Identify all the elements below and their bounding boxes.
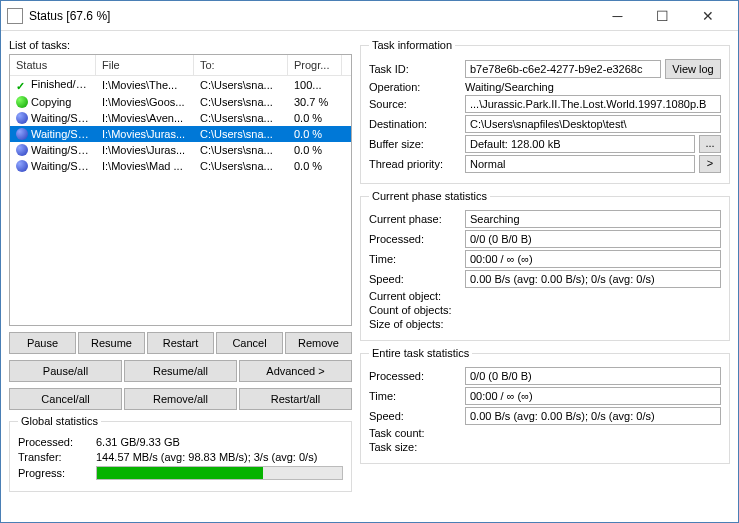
view-log-button[interactable]: View log bbox=[665, 59, 721, 79]
progress-label: Progress: bbox=[18, 467, 96, 479]
thread-value[interactable]: Normal bbox=[465, 155, 695, 173]
task-id-value[interactable]: b7e78e6b-c6e2-4277-b9e2-e3268c bbox=[465, 60, 661, 78]
col-to[interactable]: To: bbox=[194, 55, 288, 75]
destination-value[interactable]: C:\Users\snapfiles\Desktop\test\ bbox=[465, 115, 721, 133]
processed-value: 6.31 GB/9.33 GB bbox=[96, 436, 343, 448]
cp-time-value: 00:00 / ∞ (∞) bbox=[465, 250, 721, 268]
task-list-header: Status File To: Progr... bbox=[10, 55, 351, 76]
et-count-label: Task count: bbox=[369, 427, 461, 439]
cp-curobj-label: Current object: bbox=[369, 290, 461, 302]
global-stats-legend: Global statistics bbox=[18, 415, 101, 427]
maximize-button[interactable]: ☐ bbox=[640, 2, 685, 30]
cp-processed-value: 0/0 (0 B/0 B) bbox=[465, 230, 721, 248]
et-speed-value: 0.00 B/s (avg: 0.00 B/s); 0/s (avg: 0/s) bbox=[465, 407, 721, 425]
operation-label: Operation: bbox=[369, 81, 461, 93]
remove-button[interactable]: Remove bbox=[285, 332, 352, 354]
source-value[interactable]: ...\Jurassic.Park.II.The.Lost.World.1997… bbox=[465, 95, 721, 113]
cp-time-label: Time: bbox=[369, 253, 461, 265]
restart-button[interactable]: Restart bbox=[147, 332, 214, 354]
status-icon bbox=[16, 160, 28, 172]
status-icon bbox=[16, 144, 28, 156]
et-time-label: Time: bbox=[369, 390, 461, 402]
status-icon bbox=[16, 128, 28, 140]
remove-all-button[interactable]: Remove/all bbox=[124, 388, 237, 410]
et-time-value: 00:00 / ∞ (∞) bbox=[465, 387, 721, 405]
close-button[interactable]: ✕ bbox=[685, 2, 730, 30]
task-information: Task information Task ID: b7e78e6b-c6e2-… bbox=[360, 39, 730, 184]
task-row[interactable]: Waiting/Se...I:\Movies\Aven...C:\Users\s… bbox=[10, 110, 351, 126]
et-speed-label: Speed: bbox=[369, 410, 461, 422]
titlebar: Status [67.6 %] ─ ☐ ✕ bbox=[1, 1, 738, 31]
transfer-value: 144.57 MB/s (avg: 98.83 MB/s); 3/s (avg:… bbox=[96, 451, 343, 463]
cp-processed-label: Processed: bbox=[369, 233, 461, 245]
progress-bar bbox=[96, 466, 343, 480]
resume-button[interactable]: Resume bbox=[78, 332, 145, 354]
current-phase-statistics: Current phase statistics Current phase: … bbox=[360, 190, 730, 341]
thread-change-button[interactable]: > bbox=[699, 155, 721, 173]
task-info-legend: Task information bbox=[369, 39, 455, 51]
et-processed-value: 0/0 (0 B/0 B) bbox=[465, 367, 721, 385]
et-processed-label: Processed: bbox=[369, 370, 461, 382]
entire-task-legend: Entire task statistics bbox=[369, 347, 472, 359]
advanced-button[interactable]: Advanced > bbox=[239, 360, 352, 382]
phase-label: Current phase: bbox=[369, 213, 461, 225]
status-icon bbox=[16, 96, 28, 108]
window-title: Status [67.6 %] bbox=[29, 9, 595, 23]
cp-count-label: Count of objects: bbox=[369, 304, 469, 316]
operation-value: Waiting/Searching bbox=[465, 81, 721, 93]
entire-task-statistics: Entire task statistics Processed: 0/0 (0… bbox=[360, 347, 730, 464]
task-row[interactable]: CopyingI:\Movies\Goos...C:\Users\sna...3… bbox=[10, 94, 351, 110]
task-list[interactable]: Status File To: Progr... Finished/C...I:… bbox=[9, 54, 352, 326]
processed-label: Processed: bbox=[18, 436, 96, 448]
pause-button[interactable]: Pause bbox=[9, 332, 76, 354]
cancel-all-button[interactable]: Cancel/all bbox=[9, 388, 122, 410]
task-row[interactable]: Waiting/Se...I:\Movies\Juras...C:\Users\… bbox=[10, 126, 351, 142]
col-file[interactable]: File bbox=[96, 55, 194, 75]
global-statistics: Global statistics Processed: 6.31 GB/9.3… bbox=[9, 415, 352, 492]
cp-speed-label: Speed: bbox=[369, 273, 461, 285]
resume-all-button[interactable]: Resume/all bbox=[124, 360, 237, 382]
list-of-tasks-label: List of tasks: bbox=[9, 39, 352, 51]
col-progress[interactable]: Progr... bbox=[288, 55, 342, 75]
task-row[interactable]: Waiting/Se...I:\Movies\Mad ...C:\Users\s… bbox=[10, 158, 351, 174]
task-row[interactable]: Finished/C...I:\Movies\The...C:\Users\sn… bbox=[10, 76, 351, 94]
destination-label: Destination: bbox=[369, 118, 461, 130]
et-size-label: Task size: bbox=[369, 441, 461, 453]
cp-speed-value: 0.00 B/s (avg: 0.00 B/s); 0/s (avg: 0/s) bbox=[465, 270, 721, 288]
buffer-more-button[interactable]: ... bbox=[699, 135, 721, 153]
cp-size-label: Size of objects: bbox=[369, 318, 461, 330]
status-icon bbox=[16, 112, 28, 124]
task-row[interactable]: Waiting/Se...I:\Movies\Juras...C:\Users\… bbox=[10, 142, 351, 158]
col-status[interactable]: Status bbox=[10, 55, 96, 75]
cancel-button[interactable]: Cancel bbox=[216, 332, 283, 354]
status-icon bbox=[16, 80, 28, 92]
restart-all-button[interactable]: Restart/all bbox=[239, 388, 352, 410]
app-icon bbox=[7, 8, 23, 24]
transfer-label: Transfer: bbox=[18, 451, 96, 463]
pause-all-button[interactable]: Pause/all bbox=[9, 360, 122, 382]
thread-label: Thread priority: bbox=[369, 158, 461, 170]
current-phase-legend: Current phase statistics bbox=[369, 190, 490, 202]
task-id-label: Task ID: bbox=[369, 63, 461, 75]
buffer-value[interactable]: Default: 128.00 kB bbox=[465, 135, 695, 153]
phase-value: Searching bbox=[465, 210, 721, 228]
source-label: Source: bbox=[369, 98, 461, 110]
buffer-label: Buffer size: bbox=[369, 138, 461, 150]
status-window: Status [67.6 %] ─ ☐ ✕ List of tasks: Sta… bbox=[0, 0, 739, 523]
minimize-button[interactable]: ─ bbox=[595, 2, 640, 30]
